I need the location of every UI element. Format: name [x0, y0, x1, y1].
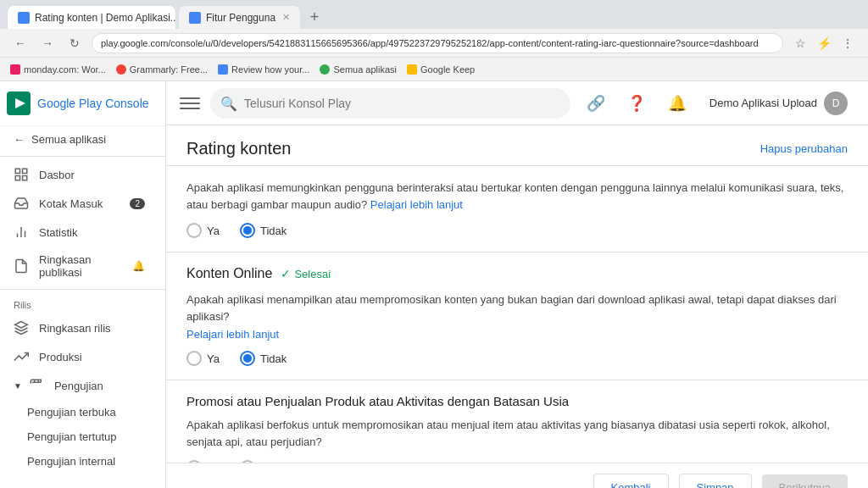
check-icon: ✓	[281, 267, 291, 280]
svg-rect-3	[23, 169, 27, 173]
new-tab-button[interactable]: +	[303, 5, 326, 29]
learn-more-link-2[interactable]: Pelajari lebih lanjut	[186, 328, 848, 341]
notification-bell-icon[interactable]: 🔔	[662, 88, 693, 119]
menu-button[interactable]: ⋮	[837, 33, 858, 53]
trending-up-icon	[14, 349, 29, 364]
radio-no-1[interactable]: Tidak	[240, 223, 287, 238]
radio-inner-no-1	[243, 226, 252, 235]
sidebar-back-button[interactable]: ← Semua aplikasi	[0, 126, 165, 152]
sidebar-sub-pengujian-internal[interactable]: Pengujian internal	[0, 449, 165, 474]
help-icon[interactable]: ❓	[621, 88, 652, 119]
bookmark-button[interactable]: ☆	[790, 33, 810, 53]
sidebar-item-pengujian[interactable]: ▼ Pengujian	[0, 371, 159, 400]
layers-icon	[14, 320, 29, 336]
tab-close-2[interactable]: ✕	[282, 12, 290, 23]
section-online-content: Konten Online ✓ Selesai Apakah aplikasi …	[166, 252, 868, 380]
account-button[interactable]: Demo Aplikasi Upload D	[703, 88, 854, 119]
bookmark-favicon-semua	[320, 64, 330, 75]
radio-yes-2[interactable]: Ya	[186, 351, 220, 366]
svg-rect-4	[15, 176, 19, 180]
play-logo-icon	[7, 92, 31, 115]
sidebar-divider-2	[0, 289, 165, 290]
section-promo-produk-heading: Promosi atau Penjualan Produk atau Aktiv…	[186, 394, 848, 408]
sidebar-sub-label-internal: Pengujian internal	[27, 455, 115, 468]
hamburger-menu-button[interactable]	[180, 93, 200, 114]
bar-chart-icon	[14, 225, 29, 240]
tab-bar: Rating konten | Demo Aplikasi... ✕ Fitur…	[0, 0, 868, 29]
sidebar: Google Play Console ← Semua aplikasi Das…	[0, 81, 166, 488]
bookmark-semua[interactable]: Semua aplikasi	[320, 64, 397, 75]
bookmark-monday[interactable]: monday.com: Wor...	[10, 64, 106, 75]
sidebar-item-kotak-masuk[interactable]: Kotak Masuk 2	[0, 189, 159, 218]
radio-outer-yes-2	[186, 351, 202, 366]
bookmark-favicon-keep	[407, 64, 417, 75]
menu-line-2	[180, 103, 200, 104]
sidebar-header: Google Play Console	[0, 81, 165, 126]
sidebar-back-label: Semua aplikasi	[31, 133, 106, 146]
section-online-content-heading: Konten Online	[186, 266, 272, 281]
tab-2[interactable]: Fitur Pengguna ✕	[178, 5, 301, 29]
avatar-initials: D	[832, 97, 840, 109]
bookmark-label-grammarly: Grammarly: Free...	[130, 64, 208, 75]
browser-chrome: Rating konten | Demo Aplikasi... ✕ Fitur…	[0, 0, 868, 58]
bookmark-keep[interactable]: Google Keep	[407, 64, 475, 75]
sidebar-sub-pengujian-terbuka[interactable]: Pengujian terbuka	[0, 400, 165, 424]
section-user-interaction-text: Apakah aplikasi memungkinkan pengguna be…	[186, 181, 843, 211]
tab-label-1: Rating konten | Demo Aplikasi...	[35, 12, 176, 24]
next-button[interactable]: Berikutnya	[762, 474, 848, 488]
sidebar-item-ringkasan-publikasi[interactable]: Ringkasan publikasi 🔔	[0, 247, 159, 286]
extensions-button[interactable]: ⚡	[814, 33, 834, 53]
address-bar[interactable]: play.google.com/console/u/0/developers/5…	[92, 33, 783, 53]
radio-outer-no-2	[240, 351, 255, 366]
radio-outer-no-1	[240, 223, 255, 238]
radio-no-2[interactable]: Tidak	[240, 351, 287, 366]
bookmark-label-monday: monday.com: Wor...	[24, 64, 106, 75]
search-container: 🔍	[210, 88, 570, 119]
sidebar-divider-1	[0, 156, 165, 157]
menu-line-1	[180, 97, 200, 99]
test-tube-icon	[29, 378, 44, 393]
bookmark-review[interactable]: Review how your...	[218, 64, 309, 75]
back-arrow-icon: ←	[14, 133, 25, 146]
back-button-footer[interactable]: Kembali	[593, 474, 669, 488]
bookmark-label-keep: Google Keep	[420, 64, 475, 75]
bookmark-label-semua: Semua aplikasi	[333, 64, 397, 75]
avatar: D	[824, 92, 848, 115]
svg-rect-5	[23, 176, 27, 180]
sidebar-item-produksi[interactable]: Produksi	[0, 342, 159, 371]
app-container: Google Play Console ← Semua aplikasi Das…	[0, 81, 868, 488]
sidebar-item-statistik[interactable]: Statistik	[0, 218, 159, 247]
link-icon[interactable]: 🔗	[581, 88, 611, 119]
main-content: 🔍 🔗 ❓ 🔔 Demo Aplikasi Upload D Rating ko…	[166, 81, 868, 488]
section-online-content-header: Konten Online ✓ Selesai	[186, 266, 848, 281]
bookmark-label-review: Review how your...	[231, 64, 309, 75]
radio-inner-no-2	[243, 354, 252, 363]
topbar-actions: 🔗 ❓ 🔔 Demo Aplikasi Upload D	[581, 88, 854, 119]
forward-button[interactable]: →	[37, 33, 58, 53]
bookmark-grammarly[interactable]: Grammarly: Free...	[116, 64, 208, 75]
content-header: Rating konten Hapus perubahan	[166, 125, 868, 166]
topbar: 🔍 🔗 ❓ 🔔 Demo Aplikasi Upload D	[166, 81, 868, 125]
rilis-section-label: Rilis	[0, 293, 165, 313]
sidebar-item-dasbor[interactable]: Dasbor	[0, 160, 159, 189]
back-button[interactable]: ←	[10, 33, 31, 53]
sidebar-item-ringkasan-label: Ringkasan publikasi	[39, 253, 122, 279]
sidebar-item-ringkasan-rilis[interactable]: Ringkasan rilis	[0, 313, 159, 342]
section-promo-produk: Promosi atau Penjualan Produk atau Aktiv…	[166, 380, 868, 463]
save-button[interactable]: Simpan	[679, 474, 752, 488]
tab-favicon-1	[18, 12, 30, 24]
bookmark-favicon-grammarly	[116, 64, 126, 75]
account-name: Demo Aplikasi Upload	[709, 97, 817, 109]
reload-button[interactable]: ↻	[64, 33, 85, 53]
learn-more-link-1[interactable]: Pelajari lebih lanjut	[370, 198, 463, 211]
radio-yes-label-1: Ya	[207, 225, 220, 237]
radio-yes-label-2: Ya	[207, 352, 220, 365]
section-user-interaction: Apakah aplikasi memungkinkan pengguna be…	[166, 166, 868, 252]
radio-yes-1[interactable]: Ya	[186, 223, 220, 238]
tab-active[interactable]: Rating konten | Demo Aplikasi... ✕	[7, 5, 176, 29]
discard-button[interactable]: Hapus perubahan	[760, 142, 848, 155]
search-input[interactable]	[210, 88, 570, 119]
radio-no-label-1: Tidak	[260, 225, 287, 237]
radio-no-label-2: Tidak	[260, 352, 287, 365]
sidebar-sub-pengujian-tertutup[interactable]: Pengujian tertutup	[0, 424, 165, 449]
